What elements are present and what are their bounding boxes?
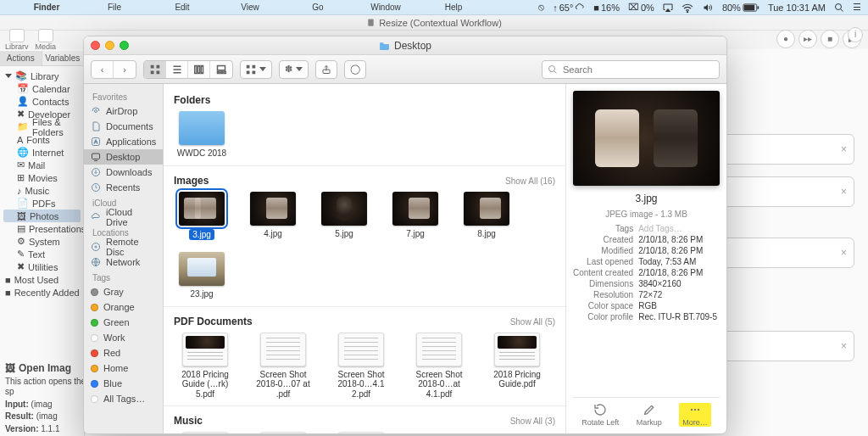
tree-root[interactable]: 📚Library — [3, 70, 81, 82]
music-item[interactable]: bridesmaid — [330, 432, 392, 433]
status-battery-4[interactable]: 80% — [722, 3, 760, 13]
tree-item-presentations[interactable]: ▤Presentations — [3, 222, 81, 235]
sidebar-item-documents[interactable]: Documents — [84, 119, 163, 134]
tree-item-calendar[interactable]: 📅Calendar — [3, 82, 81, 95]
menu-file[interactable]: File — [86, 3, 142, 12]
pdf-item[interactable]: 2018 Pricing Guide.pdf — [486, 333, 548, 400]
tree-item-pdfs[interactable]: 📄PDFs — [3, 197, 81, 210]
close-window-button[interactable] — [91, 41, 100, 50]
tree-recently-added[interactable]: ■Recently Added — [3, 286, 81, 299]
image-item[interactable]: 7.jpg — [387, 192, 443, 241]
step-button[interactable]: ▸▸ — [798, 30, 817, 48]
sidebar-tag-gray[interactable]: Gray — [84, 284, 163, 299]
image-item[interactable]: 4.jpg — [245, 192, 301, 241]
tree-item-movies[interactable]: ⊞Movies — [3, 171, 81, 184]
view-icons-button[interactable] — [144, 61, 166, 78]
music-item[interactable]: Walk down the — [252, 432, 314, 433]
record-button[interactable]: ● — [776, 30, 795, 48]
status-airplay-icon[interactable] — [663, 3, 673, 13]
sidebar-item-desktop[interactable]: Desktop — [84, 149, 163, 165]
music-item[interactable]: First Dance.mp3 — [174, 432, 236, 433]
close-icon[interactable]: × — [841, 186, 847, 198]
tree-item-contacts[interactable]: 👤Contacts — [3, 95, 81, 108]
zoom-window-button[interactable] — [120, 41, 129, 50]
titlebar[interactable]: Desktop — [84, 36, 726, 55]
status-do-not-disturb-icon[interactable]: ⦸ — [538, 2, 544, 13]
minimize-window-button[interactable] — [105, 41, 114, 50]
pdf-item[interactable]: Screen Shot 2018-0…07 at .pdf — [252, 333, 314, 400]
sidebar-tag-green[interactable]: Green — [84, 315, 163, 330]
sidebar-item-downloads[interactable]: Downloads — [84, 165, 163, 180]
tree-item-internet[interactable]: 🌐Internet — [3, 146, 81, 159]
search-input[interactable] — [561, 64, 714, 75]
image-item[interactable]: 8.jpg — [459, 192, 515, 241]
show-all-images[interactable]: Show All (16) — [505, 176, 555, 186]
tree-most-used[interactable]: ■Most Used — [3, 273, 81, 286]
status-weather[interactable]: ↑65° — [553, 3, 585, 13]
notification-center-icon[interactable]: ☰ — [853, 2, 861, 13]
show-all-pdfs[interactable]: Show All (5) — [510, 317, 555, 327]
sidebar-tag-home[interactable]: Home — [84, 361, 163, 376]
status-wifi-icon[interactable] — [682, 3, 693, 13]
share-button[interactable] — [315, 60, 337, 79]
sidebar-item-recents[interactable]: Recents — [84, 180, 163, 195]
sidebar-item-airdrop[interactable]: AirDrop — [84, 103, 163, 119]
nav-back-button[interactable]: ‹ — [92, 61, 114, 78]
image-item[interactable]: 5.jpg — [316, 192, 372, 241]
status-battery-3[interactable]: ⌧ 0% — [628, 2, 654, 13]
action-menu-button[interactable]: ✽ — [279, 60, 309, 79]
menu-go[interactable]: Go — [290, 3, 346, 12]
pdf-item[interactable]: 2018 Pricing Guide (…rk) 5.pdf — [174, 333, 236, 400]
tree-item-files-folders[interactable]: 📁Files & Folders — [3, 120, 81, 133]
close-icon[interactable]: × — [841, 247, 847, 259]
app-menu[interactable]: Finder — [19, 3, 75, 12]
sidebar-item-icloud-drive[interactable]: iCloud Drive — [84, 210, 163, 225]
sidebar-tag-blue[interactable]: Blue — [84, 376, 163, 391]
preview-image[interactable] — [573, 91, 720, 186]
tab-variables[interactable]: Variables — [42, 51, 85, 65]
image-item[interactable]: 23.jpg — [174, 252, 230, 299]
tree-item-utilities[interactable]: ✖Utilities — [3, 260, 81, 273]
view-list-button[interactable] — [166, 61, 188, 78]
workflow-info-icon[interactable]: i — [848, 27, 863, 42]
show-all-music[interactable]: Show All (3) — [510, 416, 555, 426]
tree-item-system[interactable]: ⚙System — [3, 235, 81, 248]
status-battery-2[interactable]: ■ 16% — [593, 3, 620, 13]
tags-button[interactable]: ◯ — [344, 60, 366, 79]
pdf-item[interactable]: Screen Shot 2018-0…at 4.1.pdf — [408, 333, 470, 400]
group-by-button[interactable] — [240, 60, 272, 79]
status-spotlight-icon[interactable] — [834, 3, 844, 13]
menu-edit[interactable]: Edit — [154, 3, 210, 12]
finder-content[interactable]: Folders WWDC 2018 Images Show All (16) 3… — [164, 84, 565, 433]
close-icon[interactable]: × — [841, 143, 847, 155]
tab-actions[interactable]: Actions — [0, 51, 42, 65]
sidebar-tag-work[interactable]: Work — [84, 330, 163, 345]
image-item[interactable]: 3.jpg — [174, 192, 230, 241]
quick-action-rotate-left[interactable]: Rotate Left — [581, 403, 619, 427]
tree-item-text[interactable]: ✎Text — [3, 248, 81, 260]
search-field[interactable] — [542, 60, 720, 79]
tree-item-photos[interactable]: 🖼Photos — [3, 210, 81, 222]
sidebar-tag-all-tags-[interactable]: All Tags… — [84, 391, 163, 406]
tree-item-music[interactable]: ♪Music — [3, 184, 81, 197]
sidebar-tag-orange[interactable]: Orange — [84, 299, 163, 315]
tree-item-mail[interactable]: ✉Mail — [3, 159, 81, 171]
status-volume-icon[interactable] — [702, 3, 714, 13]
view-gallery-button[interactable] — [210, 61, 232, 78]
quick-action-more[interactable]: More… — [679, 403, 711, 427]
view-columns-button[interactable] — [188, 61, 210, 78]
lib-tab-media[interactable]: Media — [36, 29, 57, 51]
pdf-item[interactable]: Screen Shot 2018-0…4.1 2.pdf — [330, 333, 392, 400]
menu-window[interactable]: Window — [358, 3, 414, 12]
lib-tab-library[interactable]: Library — [5, 29, 29, 51]
quick-action-markup[interactable]: Markup — [637, 403, 662, 427]
folder-item[interactable]: WWDC 2018 — [174, 111, 230, 159]
menu-help[interactable]: Help — [426, 3, 481, 12]
sidebar-item-remote-disc[interactable]: Remote Disc — [84, 239, 163, 254]
status-clock[interactable]: Tue 10:31 AM — [768, 3, 826, 13]
sidebar-item-applications[interactable]: AApplications — [84, 134, 163, 149]
add-tags[interactable]: Add Tags… — [638, 224, 720, 233]
close-icon[interactable]: × — [841, 340, 847, 352]
nav-forward-button[interactable]: › — [114, 61, 136, 78]
sidebar-tag-red[interactable]: Red — [84, 345, 163, 361]
